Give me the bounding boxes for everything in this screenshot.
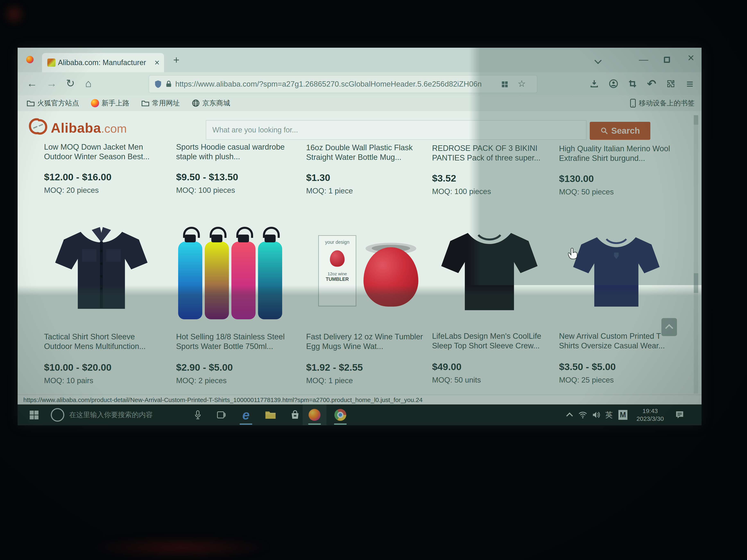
volume-icon <box>592 411 601 419</box>
account-icon[interactable] <box>607 78 620 90</box>
red-egg-tumbler <box>363 247 418 306</box>
tray-ime-mode-badge[interactable]: M <box>616 404 630 425</box>
bookmark-star-icon[interactable]: ☆ <box>518 78 526 89</box>
minimize-button[interactable]: — <box>639 55 648 64</box>
bookmark-common-sites[interactable]: 常用网址 <box>141 99 180 108</box>
product-moq: MOQ: 100 pieces <box>176 186 294 195</box>
screenshot-crop-icon[interactable] <box>626 78 639 90</box>
site-search-button[interactable]: Search <box>590 122 650 140</box>
forward-button[interactable]: → <box>46 77 57 89</box>
product-image-wine-tumbler[interactable]: your design 12oz wine TUMBLER <box>304 213 423 319</box>
product-price: $130.00 <box>559 173 677 184</box>
firefox-window: Alibaba.com: Manufacturers, × + — × ← → … <box>18 48 701 404</box>
restore-button[interactable] <box>664 57 670 64</box>
product-price: $3.52 <box>432 172 550 184</box>
tumbler-retail-box: your design 12oz wine TUMBLER <box>318 235 356 306</box>
magnifier-icon <box>600 127 608 135</box>
scrollbar[interactable] <box>694 115 698 394</box>
notification-icon <box>675 410 684 420</box>
lock-icon[interactable] <box>165 80 173 88</box>
back-button[interactable]: ← <box>27 77 37 89</box>
product-price: $1.30 <box>306 172 424 183</box>
product-image-navy-tshirt[interactable] <box>557 213 676 319</box>
clock-date: 2023/3/30 <box>637 415 664 423</box>
wifi-icon <box>578 411 587 419</box>
chrome-active-underline <box>334 424 347 425</box>
site-logo[interactable]: Alibaba.com <box>51 120 127 136</box>
url-text: https://www.alibaba.com/?spm=a27g1.26865… <box>175 80 495 88</box>
taskbar-file-explorer[interactable] <box>259 404 282 425</box>
windows-taskbar: 在这里输入你要搜索的内容 e <box>18 404 701 425</box>
bookmark-getting-started[interactable]: 新手上路 <box>91 99 129 108</box>
product-image-water-bottles[interactable] <box>174 213 293 319</box>
product-image-tactical-shirt[interactable] <box>42 213 161 319</box>
product-moq: MOQ: 2 pieces <box>176 376 294 385</box>
taskbar-firefox-active[interactable] <box>303 404 327 425</box>
search-placeholder: What are you looking for... <box>212 126 298 134</box>
product-title[interactable]: Low MOQ Down Jacket Men Outdoor Winter S… <box>44 142 162 161</box>
highlights-grid-icon[interactable] <box>501 80 509 88</box>
alibaba-logo-icon[interactable] <box>28 117 48 137</box>
cortana-button[interactable] <box>48 404 67 425</box>
product-title[interactable]: 16oz Double Wall Plastic Flask Straight … <box>306 143 424 162</box>
tracking-shield-icon[interactable] <box>154 80 162 89</box>
red-light-smudge-topleft <box>3 3 25 25</box>
product-title[interactable]: Sports Hoodie casual wardrobe staple wit… <box>176 142 294 161</box>
product-price: $2.90 - $5.00 <box>176 362 294 373</box>
tray-volume[interactable] <box>590 404 603 425</box>
bookmark-jd[interactable]: 京东商城 <box>192 99 230 108</box>
downloads-icon[interactable] <box>588 78 600 90</box>
product-title[interactable]: LifeLabs Design Men's CoolLife Sleep Top… <box>432 331 550 351</box>
tray-clock[interactable]: 19:43 2023/3/30 <box>631 404 670 425</box>
bookmark-mobile-devices[interactable]: 移动设备上的书签 <box>629 99 695 108</box>
product-title[interactable]: Fast Delivery 12 oz Wine Tumbler Egg Mug… <box>306 332 424 351</box>
product-moq: MOQ: 10 pairs <box>44 376 162 385</box>
tray-wifi[interactable] <box>576 404 589 425</box>
taskbar-search-box[interactable]: 在这里输入你要搜索的内容 <box>69 404 196 425</box>
reload-button[interactable]: ↻ <box>66 77 75 89</box>
microphone-button[interactable] <box>187 404 208 425</box>
tab-list-chevron-icon[interactable] <box>595 58 600 64</box>
extensions-puzzle-icon[interactable] <box>665 78 677 90</box>
product-title[interactable]: REDROSE PACK OF 3 BIKINI PANTIES Pack of… <box>432 143 550 163</box>
taskbar-search-placeholder: 在这里输入你要搜索的内容 <box>69 410 153 420</box>
chevron-up-icon <box>665 324 673 332</box>
new-tab-button[interactable]: + <box>173 54 179 66</box>
clock-time: 19:43 <box>637 407 664 415</box>
firefox-logo-icon <box>26 56 33 63</box>
tab-alibaba[interactable]: Alibaba.com: Manufacturers, × <box>42 53 164 72</box>
taskbar-chrome[interactable] <box>329 404 352 425</box>
navigation-toolbar: ← → ↻ ⌂ https://www.alibaba.com/?spm=a27… <box>18 72 701 96</box>
edge-active-underline <box>239 424 252 425</box>
home-button[interactable]: ⌂ <box>85 77 92 89</box>
taskbar-edge[interactable]: e <box>235 404 257 425</box>
tab-close-icon[interactable]: × <box>154 58 159 68</box>
start-button[interactable] <box>24 404 44 425</box>
product-title[interactable]: High Quality Italian Merino Wool Extrafi… <box>559 144 677 163</box>
back-to-top-button[interactable] <box>662 318 677 336</box>
url-bar[interactable]: https://www.alibaba.com/?spm=a27g1.26865… <box>149 75 537 93</box>
cortana-circle-icon <box>51 408 64 422</box>
tray-ime-language[interactable]: 英 <box>602 404 616 425</box>
product-title[interactable]: Hot Selling 18/8 Stainless Steel Sports … <box>176 332 294 351</box>
site-search-input[interactable]: What are you looking for... <box>206 120 587 140</box>
scrollbar-thumb[interactable] <box>694 273 698 293</box>
status-link-url: https://www.alibaba.com/product-detail/N… <box>23 397 423 403</box>
product-moq: MOQ: 20 pieces <box>44 186 162 195</box>
product-price: $49.00 <box>432 361 550 372</box>
close-button[interactable]: × <box>688 53 694 62</box>
browser-status-bar: https://www.alibaba.com/product-detail/N… <box>18 395 701 405</box>
product-title[interactable]: Tactical Shirt Short Sleeve Outdoor Mens… <box>44 332 162 351</box>
product-title[interactable]: New Arrival Custom Printed T Shirts Over… <box>559 331 677 351</box>
task-view-button[interactable] <box>210 404 233 425</box>
menu-hamburger-icon[interactable]: ≡ <box>684 78 696 90</box>
tab-title: Alibaba.com: Manufacturers, <box>58 58 146 67</box>
bookmark-firefox-official[interactable]: 火狐官方站点 <box>27 99 79 108</box>
scrollbar-up-arrow[interactable] <box>694 115 698 125</box>
tray-notification-center[interactable] <box>670 404 689 425</box>
product-image-black-tshirt[interactable] <box>430 213 549 319</box>
product-price: $10.00 - $20.00 <box>44 362 162 373</box>
tray-show-hidden-icons[interactable] <box>562 404 577 425</box>
bottle-pink-magenta <box>231 242 256 319</box>
undo-arrow-icon[interactable]: ↶ <box>645 78 658 90</box>
